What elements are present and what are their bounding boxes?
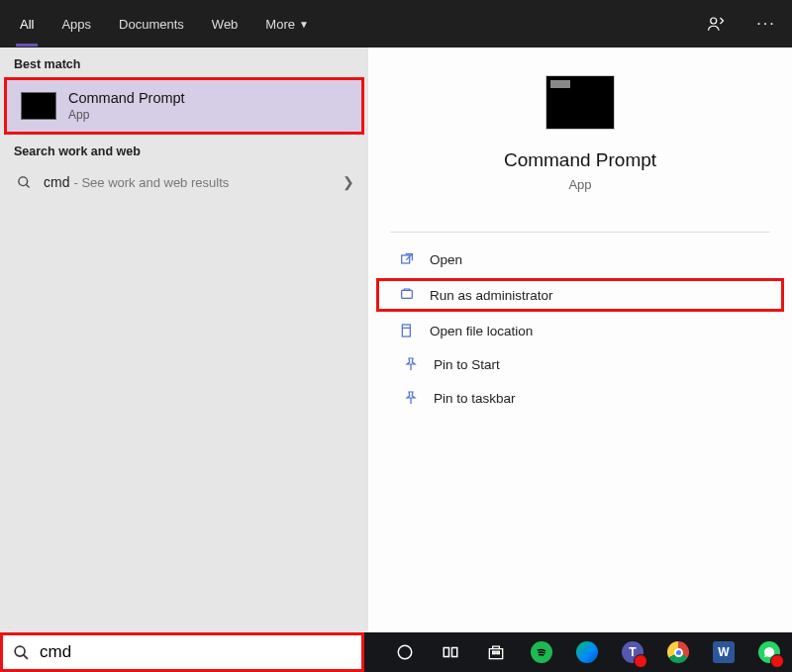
- tab-documents[interactable]: Documents: [105, 0, 198, 48]
- chrome-icon[interactable]: [657, 632, 699, 672]
- cortana-icon[interactable]: [384, 632, 426, 672]
- tab-apps[interactable]: Apps: [48, 0, 105, 48]
- action-open-location-label: Open file location: [430, 324, 533, 338]
- svg-line-10: [24, 654, 28, 658]
- folder-icon: [398, 322, 416, 339]
- taskbar: T W: [0, 632, 792, 672]
- taskbar-search-box[interactable]: [0, 632, 364, 672]
- edge-icon[interactable]: [566, 632, 608, 672]
- svg-point-9: [15, 646, 25, 656]
- whatsapp-icon[interactable]: [748, 632, 790, 672]
- svg-rect-3: [402, 255, 410, 263]
- section-search-web: Search work and web: [0, 135, 368, 164]
- chevron-right-icon: ❯: [343, 174, 354, 190]
- start-search-panel: All Apps Documents Web More▼ ··· Best ma…: [0, 0, 792, 633]
- tab-web[interactable]: Web: [198, 0, 252, 48]
- action-pin-start[interactable]: Pin to Start: [368, 347, 792, 381]
- filter-tab-bar: All Apps Documents Web More▼ ···: [0, 0, 792, 48]
- svg-rect-14: [493, 651, 496, 654]
- preview-pane: Command Prompt App Open Run as administr…: [368, 48, 792, 633]
- svg-rect-13: [452, 648, 457, 657]
- feedback-icon[interactable]: [707, 15, 746, 33]
- teams-icon[interactable]: T: [612, 632, 653, 672]
- tab-all-label: All: [20, 17, 34, 32]
- action-pin-start-label: Pin to Start: [434, 357, 500, 372]
- pin-icon: [402, 355, 420, 373]
- open-icon: [398, 250, 416, 268]
- web-hint: - See work and web results: [73, 175, 229, 190]
- action-run-admin-label: Run as administrator: [430, 288, 553, 303]
- svg-rect-5: [402, 325, 410, 336]
- svg-rect-4: [402, 290, 413, 298]
- action-pin-taskbar[interactable]: Pin to taskbar: [368, 381, 792, 415]
- web-query: cmd: [44, 174, 69, 190]
- preview-title: Command Prompt: [388, 149, 772, 171]
- task-view-icon[interactable]: [430, 632, 471, 672]
- tab-more[interactable]: More▼: [251, 0, 323, 48]
- microsoft-store-icon[interactable]: [475, 632, 517, 672]
- search-icon: [13, 644, 30, 661]
- divider: [390, 232, 770, 233]
- svg-point-11: [398, 645, 412, 659]
- command-prompt-icon: [21, 92, 56, 120]
- tab-web-label: Web: [212, 17, 239, 32]
- chevron-down-icon: ▼: [299, 19, 309, 30]
- search-icon: [14, 175, 34, 190]
- svg-rect-12: [444, 648, 448, 657]
- action-pin-taskbar-label: Pin to taskbar: [434, 391, 516, 406]
- pin-icon: [402, 389, 420, 407]
- svg-rect-15: [497, 651, 500, 654]
- tab-more-label: More: [265, 17, 295, 32]
- action-open-label: Open: [430, 252, 462, 267]
- word-icon[interactable]: W: [703, 632, 744, 672]
- best-match-item[interactable]: Command Prompt App: [4, 77, 364, 135]
- shield-icon: [398, 286, 416, 304]
- spotify-icon[interactable]: [521, 632, 562, 672]
- best-match-title: Command Prompt: [68, 90, 185, 106]
- preview-app-icon: [545, 75, 615, 130]
- action-open[interactable]: Open: [368, 242, 792, 276]
- svg-point-1: [18, 176, 27, 185]
- action-run-admin[interactable]: Run as administrator: [376, 278, 784, 312]
- more-options-icon[interactable]: ···: [746, 15, 786, 33]
- best-match-subtitle: App: [68, 108, 185, 122]
- svg-line-2: [26, 184, 29, 187]
- svg-point-0: [711, 18, 717, 24]
- action-open-location[interactable]: Open file location: [368, 314, 792, 347]
- tab-all[interactable]: All: [6, 0, 48, 48]
- section-best-match: Best match: [0, 48, 368, 77]
- tab-documents-label: Documents: [119, 17, 184, 32]
- search-input[interactable]: [40, 642, 351, 662]
- web-result-item[interactable]: cmd - See work and web results ❯: [0, 164, 368, 200]
- tab-apps-label: Apps: [61, 17, 91, 32]
- results-list: Best match Command Prompt App Search wor…: [0, 48, 368, 633]
- preview-subtitle: App: [388, 177, 772, 192]
